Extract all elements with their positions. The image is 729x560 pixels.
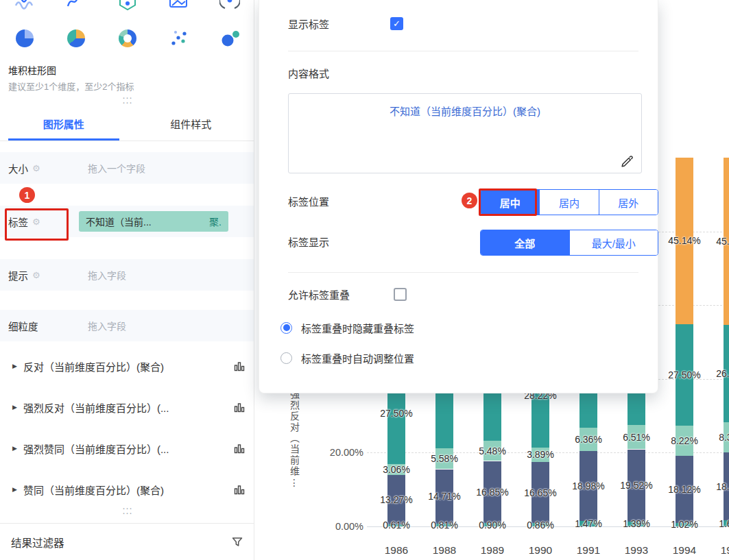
display-all-button[interactable]: 全部 [481,230,569,255]
step-badge-1: 1 [19,187,35,203]
x-axis-label: 1993 [612,544,660,557]
label-position-group: 居中 居内 居外 [480,189,658,215]
measure-row-agree[interactable]: ▶ 赞同（当前维度百分比）(聚合) [0,474,254,504]
bar-value-label: 1.60% [702,517,729,531]
chart-type-row-bottom [0,27,254,49]
field-label-text: 标签 [8,215,28,229]
bi-chart-editor-screen: { "colors": { "accent_blue": "#3370ff", … [0,0,729,560]
y-axis-tick-label: 20.00% [312,446,363,459]
divider [288,272,638,273]
expand-triangle-icon[interactable]: ▶ [12,445,17,452]
mini-bar-chart-icon[interactable] [234,443,245,454]
measure-label: 强烈赞同（当前维度百分比）(... [23,441,228,456]
result-filter-bar[interactable]: 结果过滤器 [0,523,254,560]
radio-selected-icon[interactable] [280,322,292,334]
position-outside-button[interactable]: 居外 [599,190,658,215]
field-label-tooltip: 提示 ⚙ [8,268,69,282]
chart-type-radar-icon[interactable] [219,0,241,11]
divider [288,51,638,51]
show-label-checkbox[interactable]: ✓ [390,17,403,30]
step-badge-2: 2 [462,193,477,208]
position-center-button[interactable]: 居中 [481,190,539,215]
bar-value-label: 26.40% [702,367,729,380]
chart-type-wave-icon[interactable] [14,0,36,11]
expand-triangle-icon[interactable]: ▶ [12,404,17,411]
content-format-text: 内容格式 [288,68,329,80]
x-axis-label: 1990 [516,544,564,557]
filter-icon[interactable] [231,536,243,548]
content-format-value[interactable]: 不知道（当前维度百分比）(聚合) [289,104,641,118]
field-row-granularity[interactable]: 细粒度 拖入字段 [0,310,254,341]
field-label-text: 提示 [8,268,28,282]
radio-hide-overlapping-labels[interactable]: 标签重叠时隐藏重叠标签 [280,319,414,336]
radio-unselected-icon[interactable] [280,352,292,364]
gear-icon[interactable]: ⚙ [32,164,40,173]
radio-auto-adjust-position[interactable]: 标签重叠时自动调整位置 [280,350,414,366]
measure-row-oppose[interactable]: ▶ 反对（当前维度百分比）(聚合) [0,351,254,381]
chart-type-scatter-icon[interactable] [167,27,189,49]
drag-handle-icon[interactable] [0,505,254,515]
x-axis-label: 1989 [468,544,516,557]
field-placeholder: 拖入字段 [88,268,126,282]
label-field-pill[interactable]: 不知道（当前... 聚. [79,211,228,232]
expand-triangle-icon[interactable]: ▶ [12,363,17,369]
field-row-tooltip[interactable]: 提示 ⚙ 拖入字段 [0,259,254,291]
tab-component-style[interactable]: 组件样式 [128,107,255,141]
chart-type-pie-icon[interactable] [14,27,36,49]
drag-handle-icon[interactable] [0,95,254,104]
bar-value-label: 3.89% [510,448,571,461]
bar-value-label: 8.30% [702,430,729,444]
field-placeholder: 拖入字段 [88,319,126,332]
bar-value-label: 27.50% [366,406,427,420]
label-display-text: 标签显示 [288,236,329,248]
chart-config-sidebar: 堆积柱形图 建议至少1个维度，至少2个指标 图形属性 组件样式 大小 ⚙ 拖入一… [0,0,254,560]
field-row-label[interactable]: 标签 ⚙ 不知道（当前... 聚. [0,206,254,237]
field-label-text: 细粒度 [8,319,38,333]
y-axis-title: ／强烈反对（当前维⋮ [287,378,301,537]
mini-bar-chart-icon[interactable] [234,361,245,372]
x-axis-label: 1988 [420,544,468,557]
field-row-size[interactable]: 大小 ⚙ 拖入一个字段 [0,152,254,184]
expand-triangle-icon[interactable]: ▶ [12,486,17,493]
bar-value-label: 45.30% [702,234,729,248]
chart-type-bubble-icon[interactable] [219,27,241,49]
radio-label: 标签重叠时隐藏重叠标签 [301,321,414,335]
chart-type-hexagon-icon[interactable] [117,0,139,11]
mini-bar-chart-icon[interactable] [234,485,245,495]
allow-overlap-checkbox[interactable] [394,288,407,301]
measure-label: 强烈反对（当前维度百分比）(... [23,400,228,415]
label-position-text: 标签位置 [288,196,329,208]
field-placeholder: 拖入一个字段 [88,161,145,175]
tab-graph-properties[interactable]: 图形属性 [0,107,128,141]
chart-type-image-icon[interactable] [167,0,189,11]
pill-suffix: 聚. [209,215,222,228]
chart-type-spline-icon[interactable] [65,0,87,11]
allow-overlap-text: 允许标签重叠 [288,289,350,301]
measure-row-strongly-agree[interactable]: ▶ 强烈赞同（当前维度百分比）(... [0,433,254,463]
chart-type-donut-icon[interactable] [117,27,139,49]
measure-label: 赞同（当前维度百分比）(聚合) [23,483,228,497]
gear-icon[interactable]: ⚙ [32,271,40,280]
x-axis-label: 1996 [708,544,729,557]
x-axis-label: 1994 [660,544,708,557]
bar-value-label: 18.40% [702,480,729,494]
display-minmax-button[interactable]: 最大/最小 [569,230,658,255]
y-axis-tick-label: 0.00% [312,520,363,533]
chart-type-pie-multi-icon[interactable] [65,27,87,49]
sidebar-tabs: 图形属性 组件样式 [0,107,254,141]
field-label-label: 标签 ⚙ [8,215,69,229]
pill-text: 不知道（当前... [86,215,152,228]
check-icon: ✓ [393,19,401,29]
position-inside-button[interactable]: 居内 [539,190,598,215]
chart-type-row-top [0,0,254,11]
gear-icon[interactable]: ⚙ [32,217,40,226]
chart-type-hint: 建议至少1个维度，至少2个指标 [8,80,134,93]
label-settings-popup: 显示标签 ✓ 内容格式 不知道（当前维度百分比）(聚合) 标签位置 居中 居内 … [259,0,658,393]
field-label-text: 大小 [8,161,28,175]
content-format-editor[interactable]: 不知道（当前维度百分比）(聚合) [288,93,642,173]
edit-pencil-icon[interactable] [620,154,634,167]
radio-label: 标签重叠时自动调整位置 [301,351,414,365]
measure-row-strongly-oppose[interactable]: ▶ 强烈反对（当前维度百分比）(... [0,392,254,422]
mini-bar-chart-icon[interactable] [234,402,245,413]
chart-type-name: 堆积柱形图 [8,63,56,77]
